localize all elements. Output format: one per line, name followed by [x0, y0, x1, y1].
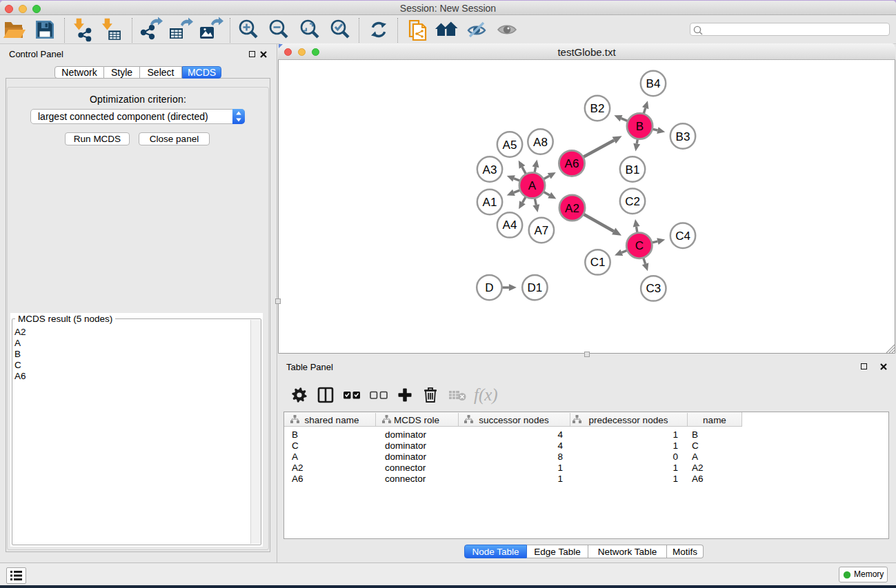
- svg-text:B: B: [636, 120, 644, 133]
- svg-text:C3: C3: [646, 282, 661, 295]
- svg-text:C2: C2: [625, 195, 640, 208]
- svg-text:A4: A4: [503, 219, 517, 232]
- svg-text:A2: A2: [565, 202, 579, 215]
- svg-text:A8: A8: [533, 136, 548, 149]
- svg-text:B2: B2: [590, 102, 605, 115]
- svg-text:C1: C1: [590, 256, 606, 269]
- svg-text:C: C: [635, 239, 644, 252]
- svg-text:A: A: [528, 179, 537, 192]
- svg-text:B3: B3: [676, 130, 690, 143]
- svg-text:A6: A6: [565, 157, 579, 170]
- svg-text:D: D: [485, 281, 493, 294]
- svg-text:A5: A5: [503, 139, 517, 152]
- svg-text:A3: A3: [483, 163, 497, 176]
- svg-text:B4: B4: [646, 77, 661, 90]
- svg-text:A7: A7: [535, 224, 549, 237]
- svg-text:C4: C4: [675, 230, 690, 243]
- svg-text:f(x): f(x): [474, 385, 498, 405]
- svg-text:B1: B1: [626, 163, 640, 176]
- svg-text:D1: D1: [528, 281, 543, 294]
- svg-text:A1: A1: [483, 196, 497, 209]
